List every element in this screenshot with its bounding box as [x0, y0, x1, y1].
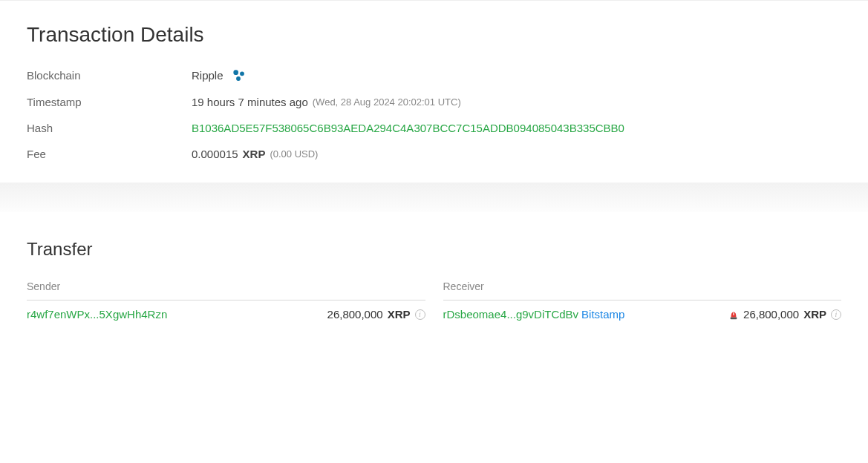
detail-row-blockchain: Blockchain Ripple — [27, 68, 841, 82]
sender-amount-group: 26,800,000 XRP i — [327, 308, 425, 321]
receiver-amount: 26,800,000 — [743, 308, 799, 321]
receiver-currency: XRP — [803, 308, 826, 321]
receiver-entity-link[interactable]: Bitstamp — [581, 308, 624, 321]
blockchain-value: Ripple — [192, 68, 246, 82]
hash-label: Hash — [27, 122, 192, 134]
fee-usd: (0.00 USD) — [270, 148, 318, 160]
timestamp-relative: 19 hours 7 minutes ago — [192, 96, 308, 108]
sender-amount: 26,800,000 — [327, 308, 383, 321]
hash-value: B1036AD5E57F538065C6B93AEDA294C4A307BCC7… — [192, 122, 624, 134]
transfer-section: Transfer Sender r4wf7enWPx...5XgwHh4Rzn … — [0, 212, 868, 321]
receiver-amount-group: 26,800,000 XRP i — [728, 308, 841, 321]
sender-column: Sender r4wf7enWPx...5XgwHh4Rzn 26,800,00… — [27, 280, 425, 321]
siren-icon — [728, 309, 739, 320]
page-title: Transaction Details — [27, 23, 841, 47]
svg-rect-4 — [733, 312, 734, 315]
timestamp-value: 19 hours 7 minutes ago (Wed, 28 Aug 2024… — [192, 96, 461, 108]
detail-row-hash: Hash B1036AD5E57F538065C6B93AEDA294C4A30… — [27, 122, 841, 134]
fee-amount: 0.000015 — [192, 148, 238, 160]
receiver-row: rDsbeomae4...g9vDiTCdBv Bitstamp 26,800,… — [443, 308, 842, 321]
svg-rect-3 — [731, 317, 737, 319]
fee-value: 0.000015 XRP (0.00 USD) — [192, 148, 318, 160]
detail-row-fee: Fee 0.000015 XRP (0.00 USD) — [27, 148, 841, 160]
receiver-address-link[interactable]: rDsbeomae4...g9vDiTCdBv — [443, 308, 579, 321]
svg-point-2 — [236, 76, 241, 81]
fee-currency: XRP — [243, 148, 266, 160]
ripple-icon — [231, 68, 246, 82]
detail-row-timestamp: Timestamp 19 hours 7 minutes ago (Wed, 2… — [27, 96, 841, 108]
info-icon[interactable]: i — [415, 309, 425, 320]
details-table: Blockchain Ripple Timestamp 19 hours 7 m… — [27, 68, 841, 160]
transfer-title: Transfer — [27, 239, 841, 260]
blockchain-label: Blockchain — [27, 69, 192, 82]
info-icon[interactable]: i — [831, 309, 841, 320]
receiver-header: Receiver — [443, 280, 842, 301]
timestamp-absolute: (Wed, 28 Aug 2024 20:02:01 UTC) — [313, 96, 461, 108]
timestamp-label: Timestamp — [27, 96, 192, 108]
transfer-columns: Sender r4wf7enWPx...5XgwHh4Rzn 26,800,00… — [27, 280, 841, 321]
receiver-column: Receiver rDsbeomae4...g9vDiTCdBv Bitstam… — [443, 280, 842, 321]
sender-currency: XRP — [388, 308, 411, 321]
sender-row: r4wf7enWPx...5XgwHh4Rzn 26,800,000 XRP i — [27, 308, 425, 321]
svg-point-0 — [233, 70, 238, 75]
svg-point-1 — [240, 71, 244, 76]
section-divider — [0, 183, 868, 212]
sender-header: Sender — [27, 280, 425, 301]
transaction-details-section: Transaction Details Blockchain Ripple Ti… — [0, 0, 868, 160]
hash-link[interactable]: B1036AD5E57F538065C6B93AEDA294C4A307BCC7… — [192, 122, 624, 134]
blockchain-name: Ripple — [192, 69, 223, 82]
sender-address-link[interactable]: r4wf7enWPx...5XgwHh4Rzn — [27, 308, 167, 321]
fee-label: Fee — [27, 148, 192, 160]
